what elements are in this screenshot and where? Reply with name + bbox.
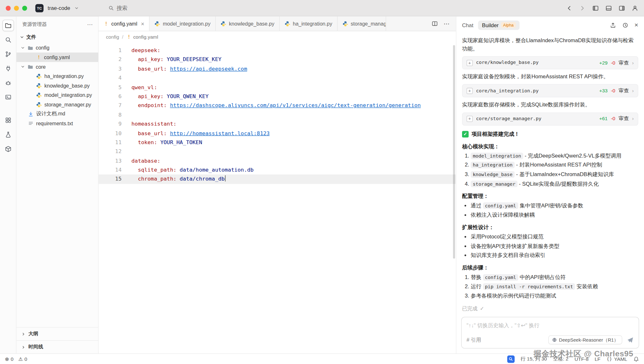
tree-file-knowledge_base.py[interactable]: knowledge_base.py xyxy=(16,81,98,90)
tree-folder-core[interactable]: core xyxy=(16,62,98,72)
editor-more-icon[interactable]: ⋯ xyxy=(444,20,450,27)
code-line-10[interactable]: 10 base_url: http://homeassistant.local:… xyxy=(98,129,456,138)
activity-extensions-icon[interactable] xyxy=(2,114,14,126)
zoom-indicator[interactable] xyxy=(507,355,514,363)
activity-source-control-icon[interactable] xyxy=(2,49,14,60)
message-text: 安装依赖 xyxy=(575,283,598,289)
code-token: token: xyxy=(138,139,157,145)
tab-chat[interactable]: Chat xyxy=(462,22,473,28)
code-line-14[interactable]: 14 sqlite_path: data/home_automation.db xyxy=(98,166,456,175)
tree-file-storage_manager.py[interactable]: storage_manager.py xyxy=(16,100,98,109)
language-mode[interactable]: {} YAML xyxy=(607,356,627,362)
review-button[interactable]: 审查 xyxy=(618,87,629,95)
code-line-7[interactable]: 7 endpoint: https://dashscope.aliyuncs.c… xyxy=(98,101,456,110)
review-button[interactable]: 审查 xyxy=(618,115,629,123)
activity-search-icon[interactable] xyxy=(2,34,14,46)
send-icon[interactable] xyxy=(627,337,634,344)
toggle-bottom-panel-icon[interactable] xyxy=(605,5,612,12)
tab-model_integration.py[interactable]: model_integration.py xyxy=(150,16,216,31)
bell-icon[interactable] xyxy=(633,356,639,362)
code-line-4[interactable]: 4 xyxy=(98,74,456,83)
numbered-list: 替换 config.yaml 中的API密钥占位符运行 pip install … xyxy=(462,273,638,300)
breadcrumb[interactable]: config / ! config.yaml xyxy=(98,31,456,43)
explorer-more-icon[interactable]: ⋯ xyxy=(87,21,93,28)
file-change-card[interactable]: +core/knowledge_base.py+29-0审查› xyxy=(462,56,638,69)
code-line-6[interactable]: 6 api_key: YOUR_QWEN_KEY xyxy=(98,92,456,101)
files-section-header[interactable]: 文件 xyxy=(16,31,98,43)
split-editor-icon[interactable] xyxy=(432,20,438,27)
tree-item-label: config.yaml xyxy=(44,54,70,60)
timeline-section[interactable]: 时间线 xyxy=(16,340,98,353)
tree-file-ha_integration.py[interactable]: ha_integration.py xyxy=(16,71,98,81)
code-line-12[interactable]: 12 xyxy=(98,147,456,156)
code-line-5[interactable]: 5qwen_vl: xyxy=(98,83,456,92)
activity-explorer-icon[interactable] xyxy=(2,20,14,31)
tree-folder-config[interactable]: config xyxy=(16,43,98,53)
breadcrumb-file[interactable]: config.yaml xyxy=(133,34,158,40)
share-icon[interactable] xyxy=(610,22,616,28)
tab-storage_manager.py[interactable]: storage_manager.py xyxy=(338,16,386,31)
workspace-name[interactable]: trae-code xyxy=(48,5,70,11)
textfile-file-icon xyxy=(28,120,34,126)
close-window-button[interactable] xyxy=(6,5,11,10)
outline-section[interactable]: 大纲 xyxy=(16,327,98,340)
workspace-chevron-down-icon[interactable] xyxy=(74,6,79,10)
sidebar-bottom-panels: 大纲 时间线 xyxy=(16,327,98,353)
chevron-down-icon xyxy=(20,35,24,39)
close-icon[interactable]: × xyxy=(634,21,638,29)
reference-button[interactable]: # 引用 xyxy=(467,337,481,344)
code-line-15[interactable]: 15 chroma_path: data/chroma_db xyxy=(98,174,456,184)
activity-terminal-icon[interactable] xyxy=(2,91,14,103)
code-line-1[interactable]: 1deepseek: xyxy=(98,46,456,55)
review-button[interactable]: 审查 xyxy=(618,59,629,67)
code-line-9[interactable]: 9homeassistant: xyxy=(98,120,456,129)
activity-container-icon[interactable] xyxy=(2,143,14,155)
account-icon[interactable] xyxy=(632,5,638,12)
activity-lab-icon[interactable] xyxy=(2,129,14,140)
tree-file-设计文档.md[interactable]: 设计文档.md xyxy=(16,109,98,119)
tab-knowledge_base.py[interactable]: knowledge_base.py xyxy=(216,16,280,31)
back-icon[interactable] xyxy=(566,5,573,12)
code-token: endpoint: xyxy=(138,102,167,108)
history-icon[interactable] xyxy=(622,22,628,28)
tree-file-requirements.txt[interactable]: requirements.txt xyxy=(16,119,98,128)
warning-count[interactable]: ⚠ 0 xyxy=(18,356,27,362)
cursor-position[interactable]: 行 15, 列 30 xyxy=(521,355,547,362)
activity-debug-icon[interactable] xyxy=(2,77,14,89)
code-line-13[interactable]: 13database: xyxy=(98,156,456,166)
tab-builder[interactable]: Builder Alpha xyxy=(478,20,520,30)
editor-scrollbar[interactable] xyxy=(453,45,455,259)
eol[interactable]: LF xyxy=(595,356,601,362)
global-search[interactable]: 搜索 xyxy=(104,3,131,13)
tab-ha_integration.py[interactable]: ha_integration.py xyxy=(280,16,338,31)
encoding[interactable]: UTF-8 xyxy=(575,356,589,362)
code-token xyxy=(131,66,138,72)
close-tab-icon[interactable]: × xyxy=(141,20,145,27)
code-line-3[interactable]: 3 base_url: https://api.deepseek.com xyxy=(98,64,456,74)
maximize-window-button[interactable] xyxy=(22,5,27,10)
indentation[interactable]: 空格: 2 xyxy=(553,355,569,362)
forward-icon[interactable] xyxy=(579,5,586,12)
tree-file-model_integration.py[interactable]: model_integration.py xyxy=(16,90,98,100)
activity-remote-icon[interactable] xyxy=(2,63,14,74)
section-heading: 后续步骤： xyxy=(462,264,638,272)
toggle-left-panel-icon[interactable] xyxy=(592,5,599,12)
tab-config.yaml[interactable]: !config.yaml× xyxy=(98,16,150,31)
chat-input-box[interactable]: "↑↓" 切换历史输入，"⇧↩" 换行 # 引用 DeepSeek-Reason… xyxy=(461,317,639,349)
model-selector[interactable]: DeepSeek-Reasoner（R1） xyxy=(548,335,622,344)
code-line-8[interactable]: 8 xyxy=(98,110,456,120)
minimize-window-button[interactable] xyxy=(14,5,19,10)
code-line-11[interactable]: 11 token: YOUR_HA_TOKEN xyxy=(98,138,456,147)
toggle-right-panel-icon[interactable] xyxy=(618,5,625,12)
tree-item-label: core xyxy=(36,64,46,70)
breadcrumb-folder[interactable]: config xyxy=(106,34,119,40)
tree-file-config.yaml[interactable]: !config.yaml xyxy=(16,52,98,62)
file-change-card[interactable]: +core/storage_manager.py+61-0审查› xyxy=(462,112,638,125)
error-count[interactable]: ⊗ 0 xyxy=(5,356,13,362)
code-line-2[interactable]: 2 api_key: YOUR_DEEPSEEK_KEY xyxy=(98,55,456,65)
file-change-card[interactable]: +core/ha_integration.py+33-0审查› xyxy=(462,84,638,97)
file-card-stats: +61-0审查› xyxy=(599,115,634,123)
tree-item-label: config xyxy=(36,45,50,51)
builder-label: Builder xyxy=(482,22,499,28)
code-editor[interactable]: 1deepseek:2 api_key: YOUR_DEEPSEEK_KEY3 … xyxy=(98,43,456,353)
